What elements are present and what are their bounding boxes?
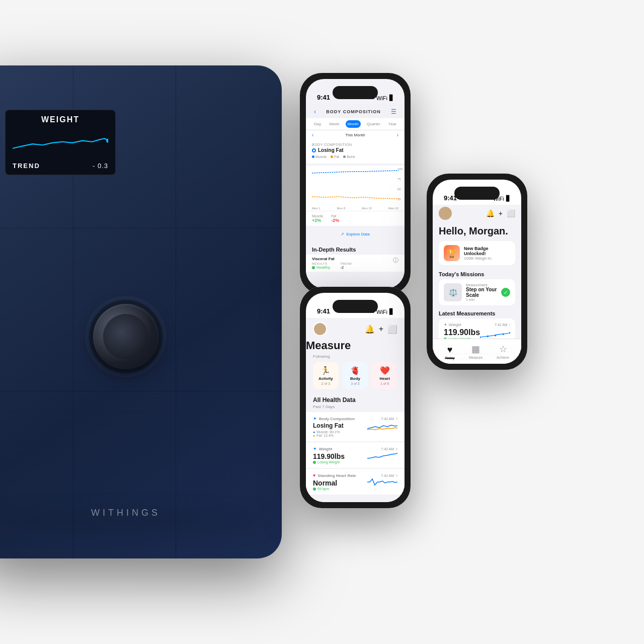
phone3-screen: 9:41 ▪▪▪ WiFi ▊ 🔔 + ⬜ Hello, Mo bbox=[433, 180, 521, 364]
tab-month[interactable]: Month bbox=[346, 120, 361, 128]
period-next[interactable]: › bbox=[397, 132, 398, 138]
stat-muscle: Muscle +2% bbox=[312, 214, 323, 223]
body-icon: 🫀 bbox=[350, 366, 360, 375]
scene: WEIGHT TREND - 0.3 WITHINGS bbox=[0, 0, 644, 644]
phone1-nav: ‹ BODY COMPOSITION ☰ bbox=[306, 104, 405, 118]
scale-trend-label: TREND bbox=[13, 162, 40, 170]
phone-measure: 9:41 ▪▪▪ WiFi ▊ 🔔 + ⬜ Measure bbox=[300, 287, 411, 508]
phone1-metrics: Muscle Fat Bone bbox=[312, 155, 398, 158]
card-body[interactable]: 🫀 Body 3 of 5 bbox=[343, 362, 368, 389]
badge-card[interactable]: 🏆 New Badge Unlocked! 100th Weigh-In. bbox=[439, 241, 515, 265]
phone1-nav-title: BODY COMPOSITION bbox=[316, 109, 391, 114]
wifi-icon-2: WiFi bbox=[376, 309, 387, 315]
phone3-content: 🔔 + ⬜ Hello, Morgan. 🏆 New Badge Unlocke… bbox=[433, 205, 521, 364]
phone3-header: 🔔 + ⬜ bbox=[433, 205, 521, 223]
card-activity[interactable]: 🏃 Activity 2 of 3 bbox=[313, 362, 339, 389]
phone2-time: 9:41 bbox=[317, 307, 330, 315]
mission-thumb: ⚖️ bbox=[444, 283, 462, 301]
indepth-title: In-Depth Results bbox=[306, 243, 405, 255]
phone2-title: Measure bbox=[306, 339, 405, 352]
period-prev[interactable]: ‹ bbox=[312, 132, 313, 138]
phone2-cards: 🏃 Activity 2 of 3 🫀 Body 3 of 5 ❤️ Heart… bbox=[306, 362, 405, 394]
info-icon[interactable]: ⓘ bbox=[393, 257, 398, 270]
phone3-bottom-nav: ♥ Today ▦ Measure ☆ Achieve bbox=[433, 339, 521, 364]
share-icon-3[interactable]: ⬜ bbox=[507, 209, 515, 217]
meas-arrow: › bbox=[509, 323, 510, 327]
phone1-status-dot bbox=[312, 148, 316, 152]
nav-measure[interactable]: ▦ Measure bbox=[469, 344, 482, 359]
phone2-header-icons: 🔔 + ⬜ bbox=[365, 325, 397, 334]
scale-knob-inner bbox=[103, 314, 148, 359]
phone2-header: 🔔 + ⬜ bbox=[306, 318, 405, 339]
scale-display-title: WEIGHT bbox=[13, 115, 108, 124]
activity-icon: 🏃 bbox=[320, 366, 331, 375]
greeting-text: Hello, Morgan. bbox=[433, 223, 521, 241]
wifi-icon: WiFi bbox=[376, 95, 387, 101]
phone-body-composition: 9:41 ▪▪▪ WiFi ▊ ‹ BODY COMPOSITION ☰ Day bbox=[300, 73, 411, 294]
battery-icon-2: ▊ bbox=[389, 308, 393, 315]
nav-today[interactable]: ♥ Today bbox=[445, 345, 455, 359]
phone3-header-icons: 🔔 + ⬜ bbox=[486, 209, 515, 217]
phone1-chart: 100 75 50 25 bbox=[306, 166, 405, 206]
data-row-body-comp[interactable]: ✦ Body Composition 7:42 AM › Losing Fat … bbox=[306, 412, 405, 441]
card-heart[interactable]: ❤️ Heart 1 of 6 bbox=[372, 362, 397, 389]
heart-rate-icon: ♥ bbox=[313, 473, 315, 478]
phone1-tabs: Day Week Month Quarter Year bbox=[306, 118, 405, 130]
svg-point-5 bbox=[509, 332, 510, 333]
phone2-following: Following bbox=[306, 352, 405, 362]
dynamic-island-3 bbox=[454, 187, 500, 200]
today-icon: ♥ bbox=[447, 345, 453, 355]
weight-icon: ✦ bbox=[313, 446, 317, 451]
measure-icon: ▦ bbox=[471, 344, 480, 355]
bell-icon-3[interactable]: 🔔 bbox=[486, 209, 495, 217]
phone1-section-label: BODY COMPOSITION bbox=[312, 143, 398, 146]
result-row-visceral: Visceral Fat RESULTS Healthy TREND bbox=[306, 255, 405, 272]
tab-quarter[interactable]: Quarter bbox=[365, 120, 382, 128]
metric-bone: Bone bbox=[343, 155, 355, 158]
nav-achieve-label: Achieve bbox=[497, 356, 509, 359]
achieve-icon: ☆ bbox=[499, 344, 507, 355]
phone1-status-text: Losing Fat bbox=[318, 147, 344, 153]
scale-display-bottom: TREND - 0.3 bbox=[13, 162, 108, 170]
metric-fat: Fat bbox=[331, 155, 339, 158]
dynamic-island-2 bbox=[333, 300, 378, 313]
nav-measure-label: Measure bbox=[469, 356, 482, 359]
chart-dates: Mon 1 Mon 8 Mon 15 Mon 22 bbox=[306, 206, 405, 211]
period-label: This Month bbox=[345, 133, 365, 137]
svg-point-4 bbox=[503, 333, 504, 335]
scale-trend-value: - 0.3 bbox=[93, 162, 108, 170]
tab-year[interactable]: Year bbox=[386, 120, 398, 128]
share-icon[interactable]: ⬜ bbox=[387, 325, 397, 334]
data-row-heart-rate[interactable]: ♥ Standing Heart Rate 7:42 AM › Normal 6… bbox=[306, 469, 405, 495]
nav-achieve[interactable]: ☆ Achieve bbox=[497, 344, 509, 359]
badge-icon: 🏆 bbox=[444, 245, 460, 261]
smart-scale: WEIGHT TREND - 0.3 WITHINGS bbox=[0, 65, 282, 558]
phone1-period: ‹ This Month › bbox=[306, 130, 405, 140]
heart-icon: ❤️ bbox=[380, 366, 390, 375]
data-row-weight[interactable]: ✦ Weight 7:42 AM › 119.90lbs Losing Weig… bbox=[306, 442, 405, 468]
explore-data-button[interactable]: ↗ Explore Data bbox=[312, 229, 398, 239]
scale-chart bbox=[13, 131, 108, 156]
stat-fat: Fat -2% bbox=[331, 214, 339, 223]
phone-home: 9:41 ▪▪▪ WiFi ▊ 🔔 + ⬜ Hello, Mo bbox=[427, 174, 527, 370]
battery-icon: ▊ bbox=[389, 95, 393, 101]
measurements-title: Latest Measurements bbox=[433, 308, 521, 318]
tab-day[interactable]: Day bbox=[312, 120, 323, 128]
phone3-avatar bbox=[439, 207, 452, 220]
chart-labels-right: 100 75 50 25 bbox=[397, 168, 403, 201]
phone2-content: 🔔 + ⬜ Measure Following 🏃 Activity 2 of … bbox=[306, 318, 405, 502]
metric-muscle: Muscle bbox=[312, 155, 327, 158]
phone1-content: ‹ BODY COMPOSITION ☰ Day Week Month Quar… bbox=[306, 104, 405, 288]
phone1-menu-icon[interactable]: ☰ bbox=[391, 108, 396, 115]
tab-week[interactable]: Week bbox=[327, 120, 341, 128]
phone2-avatar bbox=[313, 322, 327, 336]
plus-icon-3[interactable]: + bbox=[499, 209, 503, 217]
bell-icon[interactable]: 🔔 bbox=[365, 325, 375, 334]
mission-card[interactable]: ⚖️ Measurement Step on Your Scale 1 min … bbox=[439, 279, 515, 305]
phone2-screen: 9:41 ▪▪▪ WiFi ▊ 🔔 + ⬜ Measure bbox=[306, 293, 405, 502]
plus-icon[interactable]: + bbox=[379, 325, 383, 334]
phone2-section-subtitle: Past 7 Days bbox=[306, 405, 405, 412]
dynamic-island-1 bbox=[333, 86, 378, 99]
phone1-screen: 9:41 ▪▪▪ WiFi ▊ ‹ BODY COMPOSITION ☰ Day bbox=[306, 79, 405, 288]
phone1-status: Losing Fat bbox=[312, 147, 398, 153]
